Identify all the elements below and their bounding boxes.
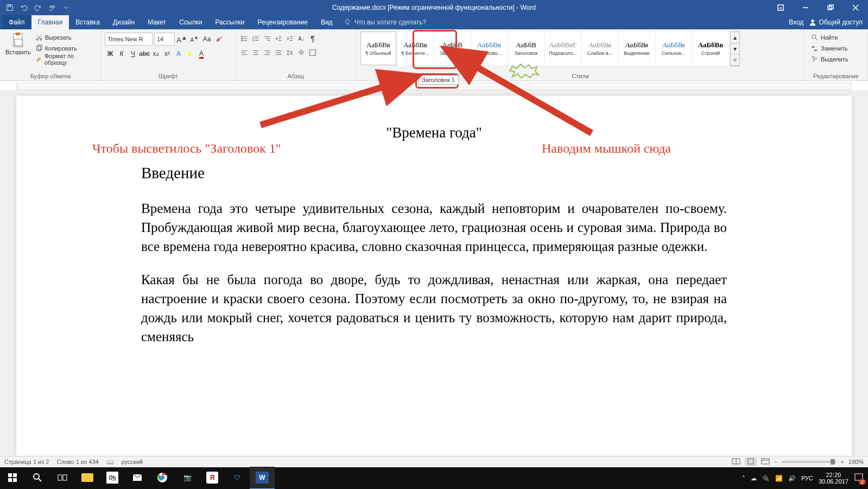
- select-button[interactable]: Выделить: [811, 54, 848, 64]
- change-case-icon[interactable]: Aa: [201, 33, 212, 45]
- bullets-icon[interactable]: [239, 33, 250, 45]
- chrome-icon[interactable]: [150, 467, 175, 488]
- subscript-button[interactable]: x₂: [150, 48, 161, 60]
- signin-link[interactable]: Вход: [789, 18, 803, 26]
- read-mode-icon[interactable]: [732, 458, 740, 466]
- pilcrow-icon[interactable]: ¶: [307, 33, 318, 45]
- zoom-in-icon[interactable]: +: [840, 459, 844, 465]
- zoom-out-icon[interactable]: −: [774, 459, 777, 465]
- save-icon[interactable]: [3, 1, 16, 14]
- tab-design[interactable]: Дизайн: [106, 15, 141, 29]
- align-left-icon[interactable]: [239, 47, 250, 59]
- shrink-font-icon[interactable]: A▼: [189, 33, 200, 45]
- clock[interactable]: 22:20 30.06.2017: [819, 472, 848, 485]
- tab-view[interactable]: Вид: [314, 15, 339, 29]
- cut-button[interactable]: Вырезать: [35, 33, 96, 42]
- grow-font-icon[interactable]: A▲: [176, 33, 187, 45]
- style-item-5[interactable]: АаБбВвГПодзаголо...: [545, 32, 581, 65]
- paste-button[interactable]: Вставить: [3, 30, 33, 57]
- underline-button[interactable]: Ч: [128, 48, 138, 60]
- power-icon[interactable]: 🔌: [762, 475, 770, 482]
- line-spacing-icon[interactable]: [284, 47, 295, 59]
- tab-home[interactable]: Главная: [31, 15, 69, 29]
- increase-indent-icon[interactable]: [284, 33, 295, 45]
- status-language[interactable]: русский: [122, 459, 143, 465]
- task-view-icon[interactable]: [50, 467, 75, 488]
- borders-icon[interactable]: [307, 47, 318, 59]
- multilevel-icon[interactable]: [262, 33, 273, 45]
- spellcheck-icon[interactable]: ABC: [46, 1, 59, 14]
- share-button[interactable]: Общий доступ: [809, 18, 863, 26]
- italic-button[interactable]: К: [116, 48, 127, 60]
- text-effects-icon[interactable]: A: [173, 48, 184, 60]
- tab-mailings[interactable]: Рассылки: [208, 15, 251, 29]
- style-item-4[interactable]: АаБбВЗаголовок: [508, 32, 544, 65]
- qat-dropdown-icon[interactable]: [60, 1, 73, 14]
- store-icon[interactable]: 🛍: [100, 467, 125, 488]
- document-title[interactable]: "Времена года": [141, 123, 727, 143]
- word-icon[interactable]: W: [250, 467, 275, 489]
- document-paragraph[interactable]: Какая бы не была погода во дворе, будь т…: [141, 270, 727, 346]
- volume-icon[interactable]: 🔊: [788, 475, 796, 482]
- ribbon-options-icon[interactable]: [768, 0, 793, 15]
- document-paragraph[interactable]: Времена года это четыре удивительных сез…: [141, 199, 727, 256]
- style-item-6[interactable]: АаБбВвСлабое в...: [582, 32, 618, 65]
- tab-layout[interactable]: Макет: [141, 15, 173, 29]
- web-layout-icon[interactable]: [761, 458, 770, 466]
- highlight-icon[interactable]: [185, 48, 195, 60]
- mail-icon[interactable]: [125, 467, 150, 488]
- undo-icon[interactable]: [17, 1, 30, 14]
- start-button[interactable]: [0, 467, 25, 488]
- proofing-icon[interactable]: 📖: [106, 459, 114, 466]
- document-heading[interactable]: Введение: [141, 162, 727, 184]
- page[interactable]: "Времена года" Введение Времена года это…: [16, 96, 852, 456]
- minimize-icon[interactable]: [793, 0, 818, 15]
- style-item-1[interactable]: АаБбВв¶ Без инте...: [397, 32, 433, 65]
- tell-me-search[interactable]: Что вы хотите сделать?: [344, 15, 427, 29]
- style-item-2[interactable]: АаБбВЗаголово...: [434, 32, 470, 65]
- font-color-icon[interactable]: A: [196, 48, 207, 60]
- align-center-icon[interactable]: [250, 47, 261, 59]
- redo-icon[interactable]: [31, 1, 45, 14]
- tray-chevron-icon[interactable]: ˄: [742, 475, 745, 482]
- bold-button[interactable]: Ж: [105, 48, 116, 60]
- shading-icon[interactable]: [296, 47, 307, 59]
- style-item-0[interactable]: АаБбВв¶ Обычный: [360, 32, 396, 65]
- align-right-icon[interactable]: [262, 47, 273, 59]
- zoom-slider[interactable]: [782, 461, 836, 463]
- input-lang[interactable]: РУС: [801, 475, 813, 481]
- strike-button[interactable]: abc: [139, 48, 150, 60]
- yandex-icon[interactable]: Я: [200, 467, 225, 488]
- close-icon[interactable]: [843, 0, 868, 15]
- search-icon[interactable]: [25, 467, 50, 488]
- network-icon[interactable]: 📶: [775, 475, 783, 482]
- print-layout-icon[interactable]: [745, 457, 757, 466]
- style-item-8[interactable]: АаБбВвСильное...: [656, 32, 692, 65]
- onedrive-icon[interactable]: ☁: [751, 475, 757, 482]
- styles-scroll[interactable]: ▴▾▿: [730, 32, 740, 66]
- numbering-icon[interactable]: 123: [250, 33, 261, 45]
- style-item-7[interactable]: АаБбВвВыделение: [619, 32, 655, 65]
- notifications-icon[interactable]: 2: [854, 473, 864, 484]
- maximize-icon[interactable]: [818, 0, 843, 15]
- style-item-3[interactable]: АаБбВвЗаголово...: [471, 32, 507, 65]
- status-page[interactable]: Страница 1 из 2: [4, 459, 49, 465]
- status-words[interactable]: Слово 1 из 434: [56, 459, 98, 465]
- tab-file[interactable]: Файл: [2, 15, 31, 29]
- style-item-9[interactable]: АаБбВвСтрогий: [693, 32, 728, 65]
- sort-icon[interactable]: A↓: [296, 33, 307, 45]
- explorer-icon[interactable]: [75, 467, 100, 488]
- clear-format-icon[interactable]: A: [214, 33, 225, 45]
- format-painter-button[interactable]: Формат по образцу: [35, 54, 96, 64]
- font-size-input[interactable]: 14: [154, 33, 175, 46]
- antivirus-icon[interactable]: 🛡: [225, 467, 250, 488]
- replace-button[interactable]: abacЗаменить: [811, 43, 848, 53]
- decrease-indent-icon[interactable]: [273, 33, 284, 45]
- copy-button[interactable]: Копировать: [35, 43, 96, 53]
- camera-icon[interactable]: 📷: [175, 467, 200, 488]
- tab-review[interactable]: Рецензирование: [251, 15, 314, 29]
- font-name-input[interactable]: Times New R: [105, 33, 153, 46]
- tab-references[interactable]: Ссылки: [173, 15, 208, 29]
- superscript-button[interactable]: x²: [162, 48, 173, 60]
- tab-insert[interactable]: Вставка: [69, 15, 106, 29]
